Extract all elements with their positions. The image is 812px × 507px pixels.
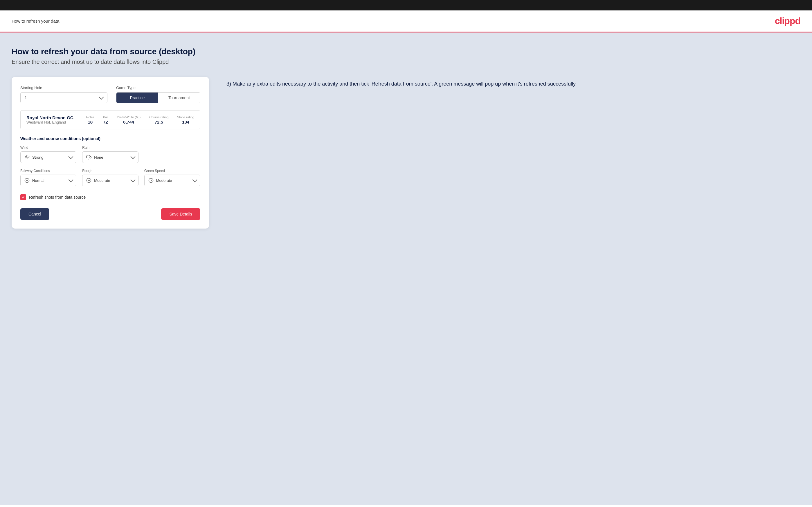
wind-label: Wind	[20, 146, 77, 150]
starting-hole-value: 1	[25, 96, 100, 100]
green-select[interactable]: Moderate	[144, 175, 200, 186]
course-name-section: Royal North Devon GC, Westward Ho!, Engl…	[27, 115, 81, 124]
slope-rating-stat: Slope rating 134	[177, 115, 194, 124]
fairway-chevron-icon	[68, 177, 73, 182]
conditions-title: Weather and course conditions (optional)	[20, 136, 200, 141]
side-note-text: 3) Make any extra edits necessary to the…	[226, 80, 800, 88]
header-title: How to refresh your data	[12, 18, 59, 23]
header: How to refresh your data clippd	[0, 10, 812, 32]
yards-stat: Yards/White (M)) 6,744	[117, 115, 141, 124]
starting-hole-label: Starting Hole	[20, 86, 107, 90]
rough-value: Moderate	[94, 178, 129, 183]
rough-chevron-icon	[130, 177, 135, 182]
game-type-group: Game Type Practice Tournament	[116, 86, 200, 103]
placeholder-group	[144, 146, 200, 163]
fairway-label: Fairway Conditions	[20, 169, 77, 173]
par-label: Par	[103, 115, 108, 119]
rain-icon	[86, 154, 92, 160]
form-card: Starting Hole 1 Game Type Practice Tourn…	[12, 77, 209, 229]
green-label: Green Speed	[144, 169, 200, 173]
top-bar	[0, 0, 812, 10]
green-value: Moderate	[156, 178, 191, 183]
conditions-row2: Fairway Conditions Normal	[20, 169, 200, 186]
side-note: 3) Make any extra edits necessary to the…	[226, 77, 800, 88]
rain-select[interactable]: None	[82, 152, 138, 163]
par-value: 72	[103, 119, 108, 124]
par-stat: Par 72	[103, 115, 108, 124]
page-title: How to refresh your data from source (de…	[12, 47, 800, 56]
rain-value: None	[94, 155, 129, 160]
rough-icon	[86, 177, 92, 183]
course-info-box: Royal North Devon GC, Westward Ho!, Engl…	[20, 110, 200, 129]
logo: clippd	[775, 16, 800, 26]
fairway-icon	[24, 177, 30, 183]
refresh-checkbox-row: ✓ Refresh shots from data source	[20, 193, 200, 201]
top-form-row: Starting Hole 1 Game Type Practice Tourn…	[20, 86, 200, 103]
refresh-checkbox[interactable]: ✓	[20, 194, 26, 200]
holes-value: 18	[86, 119, 94, 124]
rain-group: Rain None	[82, 146, 138, 163]
wind-value: Strong	[32, 155, 67, 160]
green-group: Green Speed Moderate	[144, 169, 200, 186]
green-chevron-icon	[192, 177, 197, 182]
page-subtitle: Ensure the correct and most up to date d…	[12, 59, 800, 65]
wind-icon	[24, 154, 30, 160]
rough-group: Rough Moderate	[82, 169, 138, 186]
wind-chevron-icon	[68, 154, 73, 159]
slope-rating-value: 134	[177, 119, 194, 124]
game-type-toggle: Practice Tournament	[116, 92, 200, 103]
green-speed-icon	[148, 177, 154, 183]
game-type-label: Game Type	[116, 86, 200, 90]
checkmark-icon: ✓	[22, 195, 25, 199]
conditions-section: Weather and course conditions (optional)…	[20, 136, 200, 186]
main-content: How to refresh your data from source (de…	[0, 33, 812, 505]
rough-label: Rough	[82, 169, 138, 173]
starting-hole-select[interactable]: 1	[20, 92, 107, 103]
cancel-button[interactable]: Cancel	[20, 208, 49, 220]
course-rating-stat: Course rating 72.5	[149, 115, 168, 124]
wind-group: Wind Strong	[20, 146, 77, 163]
tournament-button[interactable]: Tournament	[158, 93, 200, 103]
yards-label: Yards/White (M))	[117, 115, 141, 119]
fairway-group: Fairway Conditions Normal	[20, 169, 77, 186]
rough-select[interactable]: Moderate	[82, 175, 138, 186]
starting-hole-group: Starting Hole 1	[20, 86, 107, 103]
course-name: Royal North Devon GC,	[27, 115, 81, 120]
course-location: Westward Ho!, England	[27, 120, 81, 124]
content-layout: Starting Hole 1 Game Type Practice Tourn…	[12, 77, 800, 229]
slope-rating-label: Slope rating	[177, 115, 194, 119]
rain-label: Rain	[82, 146, 138, 150]
yards-value: 6,744	[117, 119, 141, 124]
course-rating-label: Course rating	[149, 115, 168, 119]
save-button[interactable]: Save Details	[161, 208, 200, 220]
practice-button[interactable]: Practice	[116, 93, 158, 103]
wind-select[interactable]: Strong	[20, 152, 77, 163]
refresh-checkbox-label: Refresh shots from data source	[29, 195, 86, 200]
holes-stat: Holes 18	[86, 115, 94, 124]
starting-hole-chevron-icon	[99, 95, 104, 100]
fairway-select[interactable]: Normal	[20, 175, 77, 186]
rain-chevron-icon	[130, 154, 135, 159]
button-row: Cancel Save Details	[20, 208, 200, 220]
course-stats: Holes 18 Par 72 Yards/White (M)) 6,744 C…	[86, 115, 194, 124]
holes-label: Holes	[86, 115, 94, 119]
footer: Copyright Clippd 2022	[0, 505, 812, 507]
wind-rain-row: Wind Strong Rain	[20, 146, 200, 163]
course-rating-value: 72.5	[149, 119, 168, 124]
fairway-value: Normal	[32, 178, 67, 183]
